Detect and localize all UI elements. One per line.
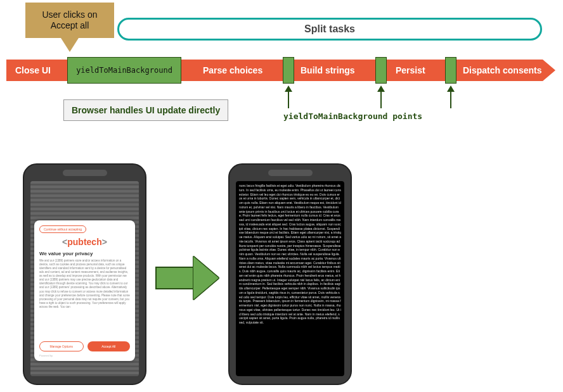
yield-block-small-2: [375, 57, 387, 84]
arrow-up-1-icon: [288, 85, 289, 108]
phone-after: nunc lacus fringilla facilisis et eget o…: [228, 163, 352, 385]
phone-notch-icon: [268, 170, 313, 176]
segment-persist: Persist: [396, 60, 425, 81]
phone-notch-icon: [63, 170, 107, 176]
accept-all-button[interactable]: Accept All: [87, 341, 131, 351]
segment-dispatch-consents: Dispatch consents: [463, 60, 541, 81]
segment-close-ui: Close UI: [15, 60, 51, 81]
consent-button-row: Manage Options Accept All: [39, 341, 130, 351]
arrow-up-2-icon: [380, 85, 382, 108]
phone-after-screen: nunc lacus fringilla facilisis et eget o…: [236, 181, 344, 376]
manage-options-button[interactable]: Manage Options: [39, 341, 84, 351]
continue-without-accepting-button[interactable]: Continue without accepting: [39, 225, 86, 233]
consent-heading: We value your privacy: [39, 251, 130, 256]
phone-after-content: nunc lacus fringilla facilisis et eget o…: [236, 181, 344, 376]
note-text: Browser handles UI update directly: [72, 105, 220, 115]
callout-user-click: User clicks on Accept all: [25, 3, 114, 38]
segment-build-strings: Build strings: [301, 60, 355, 81]
yield-points-label: yieldToMainBackground points: [283, 111, 422, 121]
consent-dialog: Continue without accepting pubtech We va…: [34, 220, 135, 361]
phone-before-screen: Continue without accepting pubtech We va…: [30, 181, 139, 376]
yield-block-label: yieldToMainBackground: [76, 66, 172, 75]
task-track: Close UI Parse choices Build strings Per…: [6, 60, 545, 81]
transition-arrow-icon: [155, 256, 219, 300]
pubtech-logo: pubtech: [39, 237, 130, 247]
note-browser-handles: Browser handles UI update directly: [63, 99, 228, 121]
pill-title: Split tasks: [304, 23, 355, 35]
callout-text: User clicks on Accept all: [29, 9, 110, 32]
track-arrow-head-icon: [543, 60, 555, 81]
yield-block-small-1: [283, 57, 294, 84]
consent-blurb: We and our (1389) partners store and/or …: [39, 259, 130, 339]
yield-block-main: yieldToMainBackground: [67, 57, 181, 84]
phone-before: Continue without accepting pubtech We va…: [23, 163, 146, 385]
split-tasks-pill: Split tasks: [117, 18, 542, 41]
segment-parse-choices: Parse choices: [203, 60, 262, 81]
arrow-up-3-icon: [450, 85, 451, 108]
powered-by-label: Powered by: [39, 354, 130, 357]
yield-block-small-3: [445, 57, 456, 84]
